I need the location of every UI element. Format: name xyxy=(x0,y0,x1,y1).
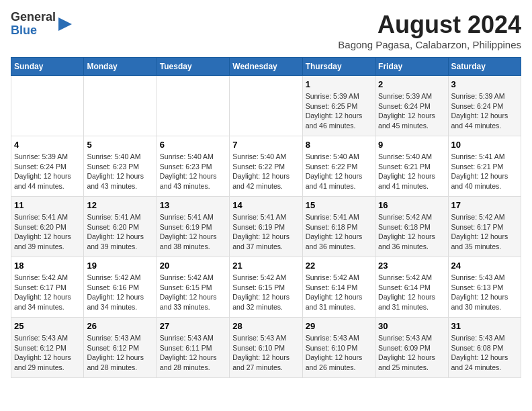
calendar-table: SundayMondayTuesdayWednesdayThursdayFrid… xyxy=(11,57,521,378)
day-header-monday: Monday xyxy=(84,58,157,76)
calendar-cell: 29Sunrise: 5:43 AM Sunset: 6:10 PM Dayli… xyxy=(302,318,375,378)
cell-content: Sunrise: 5:42 AM Sunset: 6:15 PM Dayligh… xyxy=(232,273,299,312)
cell-content: Sunrise: 5:43 AM Sunset: 6:13 PM Dayligh… xyxy=(451,273,518,312)
cell-content: Sunrise: 5:40 AM Sunset: 6:21 PM Dayligh… xyxy=(378,152,445,191)
day-number: 7 xyxy=(232,140,299,150)
calendar-cell: 8Sunrise: 5:40 AM Sunset: 6:22 PM Daylig… xyxy=(302,136,375,197)
day-number: 28 xyxy=(232,321,299,331)
calendar-week-row: 18Sunrise: 5:42 AM Sunset: 6:17 PM Dayli… xyxy=(11,257,521,318)
cell-content: Sunrise: 5:43 AM Sunset: 6:09 PM Dayligh… xyxy=(378,333,445,373)
cell-content: Sunrise: 5:41 AM Sunset: 6:20 PM Dayligh… xyxy=(14,212,81,252)
calendar-cell: 30Sunrise: 5:43 AM Sunset: 6:09 PM Dayli… xyxy=(375,318,448,378)
day-number: 30 xyxy=(378,321,445,331)
calendar-cell: 15Sunrise: 5:41 AM Sunset: 6:18 PM Dayli… xyxy=(302,197,375,257)
day-number: 1 xyxy=(306,79,372,89)
cell-content: Sunrise: 5:43 AM Sunset: 6:10 PM Dayligh… xyxy=(306,333,372,373)
day-number: 16 xyxy=(378,200,445,210)
cell-content: Sunrise: 5:43 AM Sunset: 6:08 PM Dayligh… xyxy=(451,333,518,373)
calendar-cell: 16Sunrise: 5:42 AM Sunset: 6:18 PM Dayli… xyxy=(375,197,448,257)
cell-content: Sunrise: 5:42 AM Sunset: 6:15 PM Dayligh… xyxy=(160,273,226,312)
calendar-cell xyxy=(11,76,84,136)
day-number: 29 xyxy=(306,321,372,331)
cell-content: Sunrise: 5:43 AM Sunset: 6:12 PM Dayligh… xyxy=(14,333,81,373)
calendar-cell: 25Sunrise: 5:43 AM Sunset: 6:12 PM Dayli… xyxy=(11,318,84,378)
day-number: 23 xyxy=(378,261,445,271)
cell-content: Sunrise: 5:40 AM Sunset: 6:23 PM Dayligh… xyxy=(87,152,153,191)
cell-content: Sunrise: 5:41 AM Sunset: 6:18 PM Dayligh… xyxy=(306,212,372,252)
calendar-cell: 18Sunrise: 5:42 AM Sunset: 6:17 PM Dayli… xyxy=(11,257,84,318)
calendar-header-row: SundayMondayTuesdayWednesdayThursdayFrid… xyxy=(11,58,521,76)
calendar-cell: 22Sunrise: 5:42 AM Sunset: 6:14 PM Dayli… xyxy=(302,257,375,318)
calendar-cell xyxy=(84,76,157,136)
day-number: 10 xyxy=(451,140,518,150)
logo-blue: Blue xyxy=(11,24,37,37)
calendar-cell: 5Sunrise: 5:40 AM Sunset: 6:23 PM Daylig… xyxy=(84,136,157,197)
calendar-cell: 10Sunrise: 5:41 AM Sunset: 6:21 PM Dayli… xyxy=(448,136,521,197)
day-header-sunday: Sunday xyxy=(11,58,84,76)
day-number: 2 xyxy=(378,79,445,89)
calendar-cell: 31Sunrise: 5:43 AM Sunset: 6:08 PM Dayli… xyxy=(448,318,521,378)
calendar-cell: 24Sunrise: 5:43 AM Sunset: 6:13 PM Dayli… xyxy=(448,257,521,318)
day-number: 11 xyxy=(14,200,81,210)
calendar-week-row: 4Sunrise: 5:39 AM Sunset: 6:24 PM Daylig… xyxy=(11,136,521,197)
cell-content: Sunrise: 5:39 AM Sunset: 6:25 PM Dayligh… xyxy=(306,91,372,131)
calendar-cell: 4Sunrise: 5:39 AM Sunset: 6:24 PM Daylig… xyxy=(11,136,84,197)
cell-content: Sunrise: 5:40 AM Sunset: 6:22 PM Dayligh… xyxy=(306,152,372,191)
day-number: 3 xyxy=(451,79,518,89)
cell-content: Sunrise: 5:42 AM Sunset: 6:14 PM Dayligh… xyxy=(306,273,372,312)
cell-content: Sunrise: 5:41 AM Sunset: 6:19 PM Dayligh… xyxy=(232,212,299,252)
cell-content: Sunrise: 5:39 AM Sunset: 6:24 PM Dayligh… xyxy=(14,152,81,191)
calendar-cell: 14Sunrise: 5:41 AM Sunset: 6:19 PM Dayli… xyxy=(230,197,302,257)
logo-general: General xyxy=(11,10,56,24)
calendar-week-row: 25Sunrise: 5:43 AM Sunset: 6:12 PM Dayli… xyxy=(11,318,521,378)
day-number: 6 xyxy=(160,140,226,150)
calendar-cell xyxy=(230,76,302,136)
calendar-week-row: 1Sunrise: 5:39 AM Sunset: 6:25 PM Daylig… xyxy=(11,76,521,136)
main-title: August 2024 xyxy=(338,11,521,39)
cell-content: Sunrise: 5:39 AM Sunset: 6:24 PM Dayligh… xyxy=(378,91,445,131)
calendar-cell: 1Sunrise: 5:39 AM Sunset: 6:25 PM Daylig… xyxy=(302,76,375,136)
day-number: 20 xyxy=(160,261,226,271)
day-number: 25 xyxy=(14,321,81,331)
title-area: August 2024 Bagong Pagasa, Calabarzon, P… xyxy=(338,11,521,50)
calendar-cell: 17Sunrise: 5:42 AM Sunset: 6:17 PM Dayli… xyxy=(448,197,521,257)
cell-content: Sunrise: 5:41 AM Sunset: 6:20 PM Dayligh… xyxy=(87,212,153,252)
cell-content: Sunrise: 5:42 AM Sunset: 6:16 PM Dayligh… xyxy=(87,273,153,312)
logo-arrow-icon xyxy=(58,17,72,31)
subtitle: Bagong Pagasa, Calabarzon, Philippines xyxy=(338,39,521,50)
calendar-cell: 9Sunrise: 5:40 AM Sunset: 6:21 PM Daylig… xyxy=(375,136,448,197)
cell-content: Sunrise: 5:43 AM Sunset: 6:10 PM Dayligh… xyxy=(232,333,299,373)
cell-content: Sunrise: 5:41 AM Sunset: 6:19 PM Dayligh… xyxy=(160,212,226,252)
cell-content: Sunrise: 5:40 AM Sunset: 6:22 PM Dayligh… xyxy=(232,152,299,191)
calendar-cell: 28Sunrise: 5:43 AM Sunset: 6:10 PM Dayli… xyxy=(230,318,302,378)
cell-content: Sunrise: 5:42 AM Sunset: 6:18 PM Dayligh… xyxy=(378,212,445,252)
calendar-cell: 21Sunrise: 5:42 AM Sunset: 6:15 PM Dayli… xyxy=(230,257,302,318)
day-header-saturday: Saturday xyxy=(448,58,521,76)
day-header-friday: Friday xyxy=(375,58,448,76)
calendar-cell: 20Sunrise: 5:42 AM Sunset: 6:15 PM Dayli… xyxy=(157,257,229,318)
cell-content: Sunrise: 5:42 AM Sunset: 6:17 PM Dayligh… xyxy=(451,212,518,252)
header: General Blue August 2024 Bagong Pagasa, … xyxy=(11,11,521,50)
calendar-cell: 12Sunrise: 5:41 AM Sunset: 6:20 PM Dayli… xyxy=(84,197,157,257)
calendar-cell: 26Sunrise: 5:43 AM Sunset: 6:12 PM Dayli… xyxy=(84,318,157,378)
day-header-tuesday: Tuesday xyxy=(157,58,229,76)
day-number: 22 xyxy=(306,261,372,271)
day-number: 18 xyxy=(14,261,81,271)
day-number: 5 xyxy=(87,140,153,150)
calendar-cell: 7Sunrise: 5:40 AM Sunset: 6:22 PM Daylig… xyxy=(230,136,302,197)
cell-content: Sunrise: 5:43 AM Sunset: 6:12 PM Dayligh… xyxy=(87,333,153,373)
cell-content: Sunrise: 5:43 AM Sunset: 6:11 PM Dayligh… xyxy=(160,333,226,373)
day-number: 13 xyxy=(160,200,226,210)
calendar-cell: 13Sunrise: 5:41 AM Sunset: 6:19 PM Dayli… xyxy=(157,197,229,257)
cell-content: Sunrise: 5:41 AM Sunset: 6:21 PM Dayligh… xyxy=(451,152,518,191)
cell-content: Sunrise: 5:42 AM Sunset: 6:17 PM Dayligh… xyxy=(14,273,81,312)
day-header-wednesday: Wednesday xyxy=(230,58,302,76)
day-number: 9 xyxy=(378,140,445,150)
calendar-week-row: 11Sunrise: 5:41 AM Sunset: 6:20 PM Dayli… xyxy=(11,197,521,257)
day-number: 15 xyxy=(306,200,372,210)
day-number: 8 xyxy=(306,140,372,150)
day-number: 21 xyxy=(232,261,299,271)
calendar-cell: 3Sunrise: 5:39 AM Sunset: 6:24 PM Daylig… xyxy=(448,76,521,136)
day-number: 12 xyxy=(87,200,153,210)
calendar-cell: 19Sunrise: 5:42 AM Sunset: 6:16 PM Dayli… xyxy=(84,257,157,318)
